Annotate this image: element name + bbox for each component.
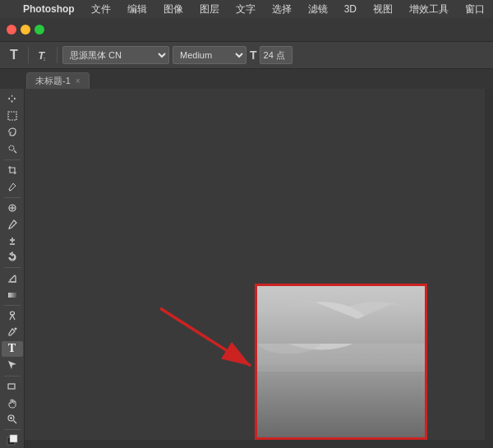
workspace: T xyxy=(0,89,493,448)
tool-shape[interactable] xyxy=(2,378,23,394)
svg-line-2 xyxy=(14,150,16,153)
tool-quick-select[interactable] xyxy=(2,141,23,157)
tool-eyedropper[interactable] xyxy=(2,179,23,195)
svg-rect-7 xyxy=(8,293,16,298)
svg-point-20 xyxy=(337,302,417,334)
text-orientation-icon[interactable]: T ↕ xyxy=(34,46,52,64)
menu-layer[interactable]: 图层 xyxy=(196,1,223,18)
doc-tabs: 未标题-1 × xyxy=(0,69,493,89)
tool-crop[interactable] xyxy=(2,163,23,178)
separator-2 xyxy=(57,47,58,63)
tool-separator-1 xyxy=(4,159,21,160)
text-tool-icon: T xyxy=(5,46,23,64)
menu-filter[interactable]: 滤镜 xyxy=(305,1,331,18)
tool-separator-2 xyxy=(4,197,21,198)
svg-point-1 xyxy=(9,145,14,150)
tool-rectangular-marquee[interactable] xyxy=(2,109,23,124)
svg-rect-9 xyxy=(8,384,15,389)
minimize-button[interactable] xyxy=(21,25,30,35)
canvas-image-svg xyxy=(257,286,425,437)
canvas-image xyxy=(257,286,425,437)
menu-select[interactable]: 选择 xyxy=(269,1,295,18)
close-button[interactable] xyxy=(7,25,16,35)
tool-clone-stamp[interactable] xyxy=(2,233,23,248)
font-size-input[interactable] xyxy=(260,46,293,64)
tool-gradient[interactable] xyxy=(2,287,23,303)
fullscreen-button[interactable] xyxy=(35,25,44,35)
tool-history-brush[interactable] xyxy=(2,249,23,265)
tool-separator-4 xyxy=(4,305,21,306)
canvas-preview xyxy=(255,284,427,440)
tool-move[interactable] xyxy=(2,92,23,108)
menu-bar: Photoshop 文件 编辑 图像 图层 文字 选择 滤镜 3D 视图 增效工… xyxy=(0,0,493,18)
svg-line-26 xyxy=(257,405,425,412)
tool-separator-3 xyxy=(4,267,21,268)
menu-view[interactable]: 视图 xyxy=(370,1,396,18)
doc-tab[interactable]: 未标题-1 × xyxy=(26,72,90,89)
font-family-select[interactable]: 思源黑体 CN xyxy=(62,46,169,64)
svg-line-11 xyxy=(13,420,16,423)
menu-image[interactable]: 图像 xyxy=(160,1,187,18)
svg-line-17 xyxy=(160,308,251,366)
menu-plugins[interactable]: 增效工具 xyxy=(406,1,452,18)
left-toolbar: T xyxy=(0,89,25,448)
menu-3d[interactable]: 3D xyxy=(341,2,360,16)
app-name[interactable]: Photoshop xyxy=(20,2,78,16)
menu-text[interactable]: 文字 xyxy=(233,1,259,18)
options-bar: T T ↕ 思源黑体 CN Medium T xyxy=(0,41,493,69)
svg-rect-23 xyxy=(257,366,425,381)
horizontal-scrollbar[interactable] xyxy=(25,440,493,448)
vertical-scrollbar[interactable] xyxy=(485,89,493,440)
font-style-select[interactable]: Medium xyxy=(173,46,246,64)
separator-1 xyxy=(28,47,29,63)
doc-tab-close-button[interactable]: × xyxy=(76,77,81,85)
menu-window[interactable]: 窗口 xyxy=(462,1,488,18)
tool-type[interactable]: T xyxy=(2,341,23,357)
doc-tab-name: 未标题-1 xyxy=(35,75,71,87)
tool-heal-brush[interactable] xyxy=(2,200,23,215)
tool-zoom[interactable] xyxy=(2,411,23,427)
tool-path-select[interactable] xyxy=(2,358,23,373)
font-size-icon: T xyxy=(250,48,257,62)
tool-dodge[interactable] xyxy=(2,308,23,324)
tool-separator-6 xyxy=(4,429,21,430)
canvas-area xyxy=(25,89,493,448)
menu-file[interactable]: 文件 xyxy=(88,1,114,18)
svg-line-25 xyxy=(257,394,425,402)
tool-eraser[interactable] xyxy=(2,270,23,286)
svg-line-24 xyxy=(257,381,425,390)
tool-colors[interactable] xyxy=(2,432,23,448)
tool-separator-5 xyxy=(4,376,21,376)
menu-edit[interactable]: 编辑 xyxy=(124,1,150,18)
svg-point-21 xyxy=(257,330,321,353)
svg-rect-0 xyxy=(8,112,16,120)
tool-brush[interactable] xyxy=(2,216,23,232)
title-bar xyxy=(0,18,493,41)
tool-lasso[interactable] xyxy=(2,125,23,141)
traffic-lights xyxy=(7,25,44,35)
font-size-wrapper: T xyxy=(250,46,293,64)
svg-rect-22 xyxy=(257,374,425,437)
svg-rect-15 xyxy=(10,435,17,442)
tool-hand[interactable] xyxy=(2,395,23,410)
tool-pen[interactable] xyxy=(2,325,23,340)
